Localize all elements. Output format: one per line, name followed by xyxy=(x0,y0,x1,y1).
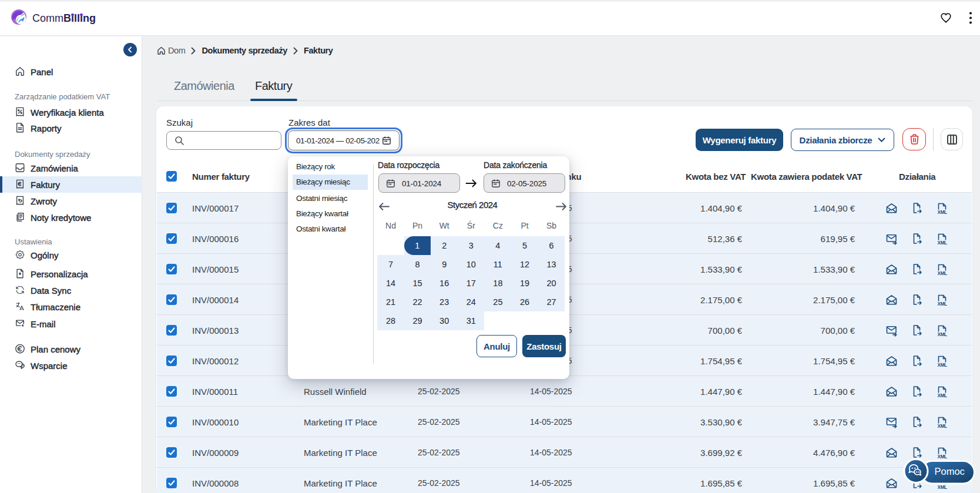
svg-text:Pomoc: Pomoc xyxy=(935,466,965,477)
svg-text:XML: XML xyxy=(938,331,947,337)
svg-text:XML: XML xyxy=(938,301,947,306)
svg-text:XML: XML xyxy=(938,270,947,276)
svg-text:XML: XML xyxy=(938,393,947,398)
svg-text:XML: XML xyxy=(938,362,947,367)
svg-text:XML: XML xyxy=(938,240,947,245)
svg-text:XML: XML xyxy=(938,209,947,214)
svg-text:XML: XML xyxy=(938,423,947,428)
